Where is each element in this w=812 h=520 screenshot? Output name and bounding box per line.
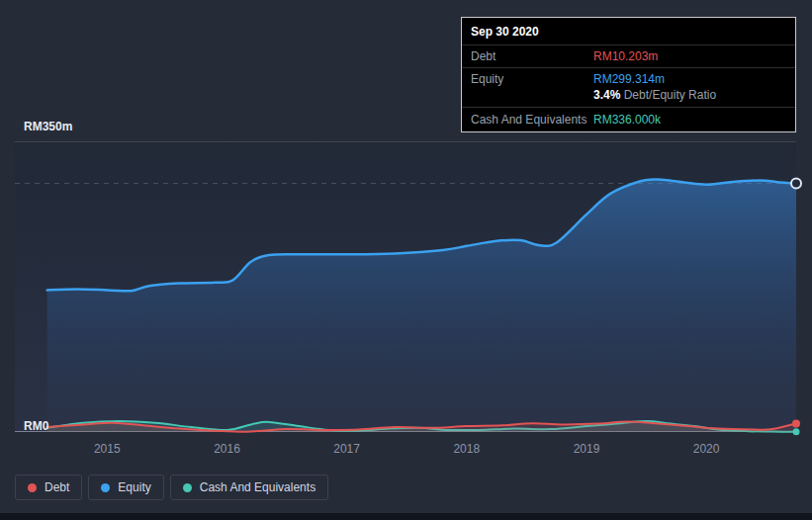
tooltip-equity-row: Equity RM299.314m [462,68,795,88]
y-axis-min-label: RM0 [24,419,48,433]
debt-color-dot [28,483,37,492]
x-tick-2015: 2015 [94,442,121,456]
legend-equity-label: Equity [118,480,150,494]
legend-item-equity[interactable]: Equity [88,475,163,500]
tooltip-equity-label: Equity [471,72,593,86]
equity-color-dot [101,483,110,492]
x-tick-2020: 2020 [693,442,720,456]
legend-cash-label: Cash And Equivalents [200,480,316,494]
x-tick-2017: 2017 [333,442,360,456]
legend: Debt Equity Cash And Equivalents [15,475,328,500]
bottom-strip [0,513,812,520]
x-axis: 2015 2016 2017 2018 2019 2020 [15,442,796,458]
legend-item-debt[interactable]: Debt [15,475,82,500]
tooltip-equity-value: RM299.314m [593,72,786,86]
legend-item-cash[interactable]: Cash And Equivalents [170,475,328,500]
tooltip-cash-value: RM336.000k [593,113,786,127]
x-tick-2018: 2018 [453,442,480,456]
y-axis-max-label: RM350m [24,120,72,133]
data-tooltip: Sep 30 2020 Debt RM10.203m Equity RM299.… [461,17,796,132]
debt-equity-chart-panel: Sep 30 2020 Debt RM10.203m Equity RM299.… [0,0,812,520]
tooltip-cash-row: Cash And Equivalents RM336.000k [462,108,795,131]
x-tick-2019: 2019 [574,442,600,456]
tooltip-debt-row: Debt RM10.203m [462,45,795,68]
plot-area[interactable] [15,141,796,432]
legend-debt-label: Debt [45,480,69,494]
x-tick-2016: 2016 [214,442,240,456]
tooltip-cash-label: Cash And Equivalents [471,113,593,127]
tooltip-debt-label: Debt [471,49,593,63]
tooltip-date: Sep 30 2020 [462,18,795,45]
chart-svg[interactable] [15,141,796,432]
cash-color-dot [183,483,192,492]
tooltip-ratio-label: Debt/Equity Ratio [624,88,716,102]
tooltip-ratio-value: 3.4% [593,88,620,102]
tooltip-debt-value: RM10.203m [593,49,786,63]
tooltip-ratio-row: 3.4% Debt/Equity Ratio [462,88,795,108]
